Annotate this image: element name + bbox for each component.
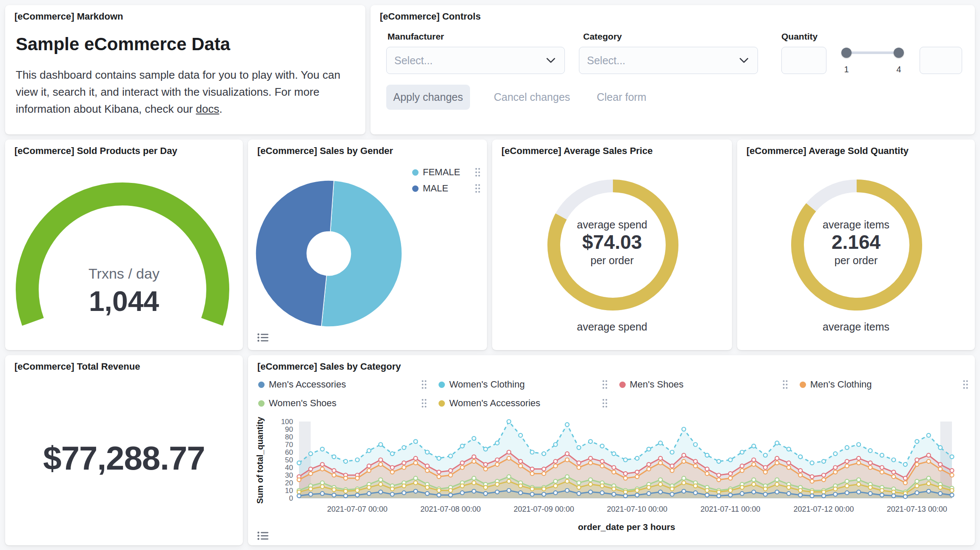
goal-bottom-label: average spend [492, 321, 732, 333]
cancel-changes-button[interactable]: Cancel changes [494, 85, 570, 110]
legend-color-dot [439, 400, 445, 407]
markdown-heading: Sample eCommerce Data [16, 34, 230, 54]
goal-top-label: average spend [492, 219, 732, 231]
legend-options-icon[interactable] [474, 183, 481, 194]
panel-controls: [eCommerce] Controls Manufacturer Select… [370, 5, 975, 134]
panel-markdown: [eCommerce] Markdown Sample eCommerce Da… [5, 5, 365, 134]
panel-sales-by-gender: [eCommerce] Sales by Gender FEMALEMALE [248, 140, 487, 350]
panel-average-sold-quantity: [eCommerce] Average Sold Quantity averag… [737, 140, 975, 350]
legend-item-women-s-shoes[interactable]: Women's Shoes [258, 395, 427, 411]
gauge-label: Trxns / day [5, 265, 243, 282]
quantity-range-slider[interactable]: 1 4 [841, 47, 904, 77]
legend-label: Men's Shoes [630, 379, 684, 390]
legend-item-women-s-accessories[interactable]: Women's Accessories [439, 395, 608, 411]
svg-text:2021-07-07 00:00: 2021-07-07 00:00 [327, 505, 387, 513]
legend-item-women-s-clothing[interactable]: Women's Clothing [439, 376, 608, 393]
markdown-text-period: . [219, 103, 222, 115]
svg-text:2021-07-12 00:00: 2021-07-12 00:00 [793, 505, 854, 513]
goal-sub-label: per order [492, 254, 732, 267]
trxns-per-day-gauge-chart[interactable] [5, 140, 243, 350]
svg-text:40: 40 [285, 464, 293, 472]
goal-top-label: average items [737, 219, 975, 231]
svg-text:0: 0 [289, 494, 293, 502]
legend-color-dot [439, 382, 445, 388]
panel-title-controls[interactable]: [eCommerce] Controls [380, 10, 481, 23]
x-axis-tick-labels: 2021-07-07 00:002021-07-08 00:002021-07-… [327, 505, 947, 513]
svg-text:10: 10 [285, 487, 293, 495]
manufacturer-label: Manufacturer [387, 31, 444, 42]
legend-options-icon[interactable] [782, 379, 789, 390]
quantity-min-input[interactable] [781, 47, 826, 74]
slider-handle-max[interactable] [894, 48, 904, 58]
y-axis-tick-labels: 0102030405060708090100 [281, 419, 293, 502]
legend-label: Men's Clothing [810, 379, 872, 390]
docs-link[interactable]: docs [196, 103, 219, 115]
legend-options-icon[interactable] [421, 398, 427, 409]
svg-text:60: 60 [285, 448, 293, 456]
panel-sold-products-per-day: [eCommerce] Sold Products per Day Trxns … [5, 140, 243, 350]
list-icon [257, 333, 269, 342]
legend-options-icon[interactable] [421, 379, 427, 390]
slider-max-label: 4 [894, 65, 904, 74]
markdown-body: This dashboard contains sample data for … [16, 66, 358, 117]
legend-color-dot [258, 382, 265, 388]
y-axis-title: Sum of total_quantity [254, 396, 266, 524]
total-revenue-value: $77,288.77 [5, 439, 243, 478]
category-label: Category [583, 31, 622, 42]
goal-value: 2.164 [737, 231, 975, 254]
legend-item-female[interactable]: FEMALE [412, 164, 481, 180]
pie-slice-female [322, 180, 402, 327]
legend-options-icon[interactable] [962, 379, 969, 390]
manufacturer-placeholder: Select... [394, 54, 433, 67]
markdown-text: This dashboard contains sample data for … [16, 68, 340, 115]
sales-by-category-area-chart[interactable]: 01020304050607080901002021-07-07 00:0020… [248, 419, 975, 525]
quantity-max-input[interactable] [920, 47, 962, 74]
goal-sub-label: per order [737, 254, 975, 267]
svg-text:50: 50 [285, 456, 293, 464]
legend-label: Women's Shoes [269, 398, 336, 409]
clear-form-button[interactable]: Clear form [597, 85, 647, 110]
legend-options-icon[interactable] [601, 379, 608, 390]
legend-options-icon[interactable] [474, 167, 481, 178]
chevron-down-icon [545, 54, 557, 66]
panel-title-markdown[interactable]: [eCommerce] Markdown [14, 10, 123, 23]
quantity-label: Quantity [781, 31, 818, 42]
legend-label: Women's Clothing [449, 379, 524, 390]
manufacturer-select[interactable]: Select... [386, 47, 565, 74]
category-select[interactable]: Select... [579, 47, 758, 74]
chevron-down-icon [738, 54, 750, 66]
legend-label: Women's Accessories [449, 398, 540, 409]
svg-text:30: 30 [285, 471, 293, 479]
svg-text:70: 70 [285, 441, 293, 449]
legend-item-men-s-clothing[interactable]: Men's Clothing [800, 376, 969, 393]
svg-text:90: 90 [285, 425, 293, 433]
pie-slice-male [256, 180, 334, 326]
legend-label: Men's Accessories [269, 379, 346, 390]
legend-toggle-button[interactable] [254, 528, 272, 543]
panel-title-total-revenue[interactable]: [eCommerce] Total Revenue [14, 360, 140, 373]
legend-options-icon[interactable] [601, 398, 608, 409]
svg-text:80: 80 [285, 433, 293, 441]
legend-color-dot [619, 382, 626, 388]
legend-item-men-s-accessories[interactable]: Men's Accessories [258, 376, 427, 393]
list-icon [257, 531, 269, 540]
gauge-value: 1,044 [5, 285, 243, 317]
svg-text:20: 20 [285, 479, 293, 487]
svg-text:2021-07-09 00:00: 2021-07-09 00:00 [514, 505, 574, 513]
x-axis-title: order_date per 3 hours [299, 522, 954, 532]
panel-title-sales-by-category[interactable]: [eCommerce] Sales by Category [257, 360, 401, 373]
category-legend: Men's AccessoriesWomen's ClothingMen's S… [258, 376, 969, 411]
legend-item-men-s-shoes[interactable]: Men's Shoes [619, 376, 789, 393]
slider-handle-min[interactable] [841, 48, 852, 58]
svg-text:2021-07-10 00:00: 2021-07-10 00:00 [607, 505, 667, 513]
apply-changes-button[interactable]: Apply changes [386, 85, 470, 110]
panel-sales-by-category: [eCommerce] Sales by Category Men's Acce… [248, 355, 975, 545]
goal-bottom-label: average items [737, 321, 975, 333]
panel-average-sales-price: [eCommerce] Average Sales Price average … [492, 140, 732, 350]
legend-color-dot [412, 169, 419, 176]
legend-toggle-button[interactable] [254, 330, 272, 345]
legend-item-male[interactable]: MALE [412, 180, 481, 197]
category-placeholder: Select... [587, 54, 625, 67]
goal-value: $74.03 [492, 231, 732, 254]
svg-text:100: 100 [281, 419, 293, 426]
